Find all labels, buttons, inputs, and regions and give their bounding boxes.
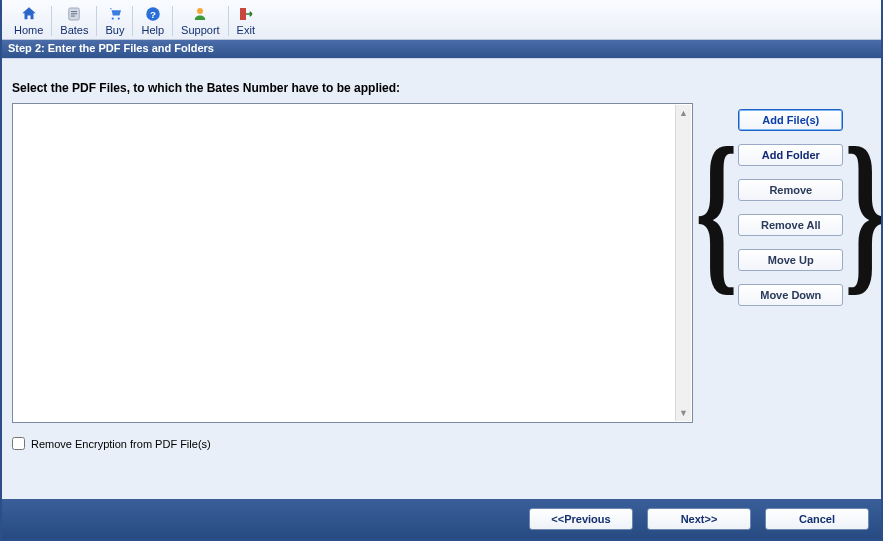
previous-button[interactable]: <<Previous <box>529 508 633 530</box>
main-row: ▲ ▼ { Add File(s) Add Folder Remove Remo… <box>12 103 869 423</box>
move-down-button[interactable]: Move Down <box>738 284 843 306</box>
bates-icon <box>65 5 83 23</box>
exit-label: Exit <box>237 24 255 36</box>
svg-point-5 <box>118 17 120 19</box>
home-icon <box>20 5 38 23</box>
bates-button[interactable]: Bates <box>54 3 94 39</box>
remove-button[interactable]: Remove <box>738 179 843 201</box>
exit-icon <box>237 5 255 23</box>
remove-encryption-row[interactable]: Remove Encryption from PDF File(s) <box>12 437 869 450</box>
side-button-column: Add File(s) Add Folder Remove Remove All… <box>738 103 843 312</box>
remove-encryption-label: Remove Encryption from PDF File(s) <box>31 438 211 450</box>
toolbar-separator <box>228 6 229 36</box>
svg-rect-9 <box>240 8 246 20</box>
support-label: Support <box>181 24 220 36</box>
cancel-button[interactable]: Cancel <box>765 508 869 530</box>
home-label: Home <box>14 24 43 36</box>
content-area: Select the PDF Files, to which the Bates… <box>2 58 881 499</box>
svg-rect-3 <box>71 16 75 17</box>
step-title: Step 2: Enter the PDF Files and Folders <box>8 42 214 54</box>
toolbar-separator <box>96 6 97 36</box>
file-listbox[interactable]: ▲ ▼ <box>12 103 693 423</box>
next-button[interactable]: Next>> <box>647 508 751 530</box>
support-icon <box>191 5 209 23</box>
buy-label: Buy <box>105 24 124 36</box>
bates-label: Bates <box>60 24 88 36</box>
help-button[interactable]: ? Help <box>135 3 170 39</box>
add-files-button[interactable]: Add File(s) <box>738 109 843 131</box>
move-up-button[interactable]: Move Up <box>738 249 843 271</box>
support-button[interactable]: Support <box>175 3 226 39</box>
scroll-down-arrow-icon[interactable]: ▼ <box>676 405 692 421</box>
left-brace-icon: { <box>695 101 738 321</box>
help-label: Help <box>141 24 164 36</box>
help-icon: ? <box>144 5 162 23</box>
svg-point-4 <box>112 17 114 19</box>
svg-rect-1 <box>71 11 77 12</box>
right-brace-icon: } <box>844 101 883 321</box>
remove-encryption-checkbox[interactable] <box>12 437 25 450</box>
toolbar-separator <box>132 6 133 36</box>
toolbar-separator <box>172 6 173 36</box>
side-button-panel: { Add File(s) Add Folder Remove Remove A… <box>713 103 869 312</box>
step-title-bar: Step 2: Enter the PDF Files and Folders <box>2 40 881 58</box>
remove-all-button[interactable]: Remove All <box>738 214 843 236</box>
buy-icon <box>106 5 124 23</box>
scroll-up-arrow-icon[interactable]: ▲ <box>676 105 692 121</box>
toolbar: Home Bates Buy ? Help Support Exit <box>2 0 881 40</box>
svg-point-8 <box>197 8 203 14</box>
buy-button[interactable]: Buy <box>99 3 130 39</box>
svg-text:?: ? <box>150 9 156 20</box>
svg-rect-2 <box>71 13 77 14</box>
add-folder-button[interactable]: Add Folder <box>738 144 843 166</box>
footer-bar: <<Previous Next>> Cancel <box>2 499 881 539</box>
home-button[interactable]: Home <box>8 3 49 39</box>
instruction-text: Select the PDF Files, to which the Bates… <box>12 81 869 95</box>
toolbar-separator <box>51 6 52 36</box>
exit-button[interactable]: Exit <box>231 3 261 39</box>
listbox-scrollbar[interactable]: ▲ ▼ <box>675 105 691 421</box>
